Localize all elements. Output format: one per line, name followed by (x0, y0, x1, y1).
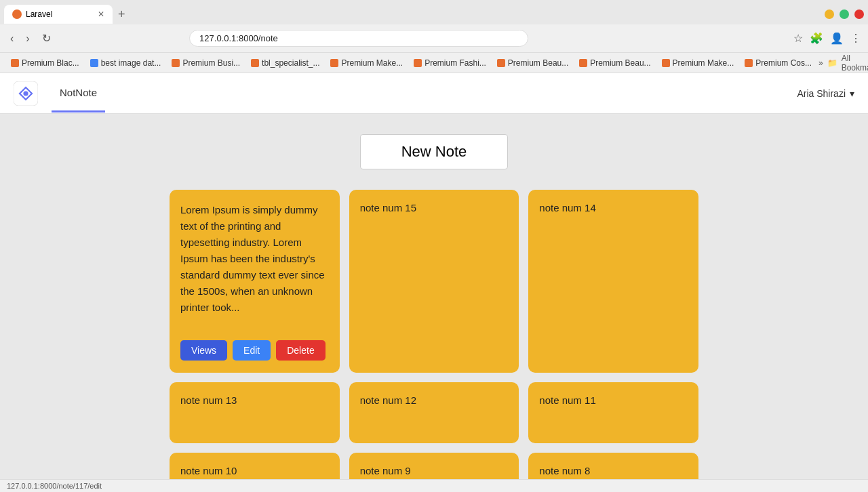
bm-label-3: tbl_specialist_... (262, 58, 319, 68)
views-button[interactable]: Views (180, 340, 227, 361)
note-card-1[interactable]: Lorem Ipsum is simply dummy text of the … (170, 190, 340, 373)
app-navbar: NotNote Aria Shirazi ▾ (0, 73, 868, 114)
bm-favicon-7 (579, 59, 587, 67)
bookmark-0[interactable]: Premium Blac... (7, 57, 83, 69)
address-bar: ‹ › ↻ ☆ 🧩 👤 ⋮ (0, 24, 868, 53)
bm-favicon-0 (11, 59, 19, 67)
note-title-8: note num 9 (360, 465, 411, 476)
all-bookmarks-icon: 📁 (827, 58, 837, 68)
note-title-5: note num 12 (360, 394, 416, 406)
bm-label-0: Premium Blac... (22, 58, 79, 68)
new-note-button-wrap: New Note (14, 134, 854, 169)
bookmark-9[interactable]: Premium Cos... (741, 57, 816, 69)
profile-icon[interactable]: 👤 (830, 32, 844, 45)
browser-chrome: Laravel ✕ + ‹ › ↻ ☆ 🧩 👤 ⋮ Premium Blac..… (0, 0, 868, 73)
note-card-2[interactable]: note num 15 (349, 190, 519, 373)
note-card-3[interactable]: note num 14 (528, 190, 698, 373)
bm-label-4: Premium Make... (341, 58, 403, 68)
tab-bar: Laravel ✕ + (0, 0, 868, 24)
bm-favicon-3 (251, 59, 259, 67)
window-controls (825, 9, 864, 19)
bookmark-3[interactable]: tbl_specialist_... (247, 57, 323, 69)
note-text-1: Lorem Ipsum is simply dummy text of the … (180, 202, 329, 316)
more-icon: » (818, 58, 823, 68)
note-title-7: note num 10 (180, 465, 237, 476)
bm-favicon-8 (662, 59, 670, 67)
bookmark-4[interactable]: Premium Make... (326, 57, 407, 69)
note-title-9: note num 8 (539, 465, 590, 476)
tab-close-icon[interactable]: ✕ (98, 9, 104, 19)
bm-favicon-4 (330, 59, 338, 67)
bookmark-5[interactable]: Premium Fashi... (410, 57, 490, 69)
app-logo[interactable] (14, 81, 38, 106)
bm-label-9: Premium Cos... (755, 58, 812, 68)
reload-button[interactable]: ↻ (39, 30, 54, 46)
bookmark-1[interactable]: best image dat... (86, 57, 165, 69)
nav-icons: ☆ 🧩 👤 ⋮ (793, 32, 861, 45)
note-title-4: note num 13 (180, 394, 237, 406)
forward-button[interactable]: › (22, 31, 33, 46)
user-dropdown-icon[interactable]: ▾ (850, 88, 854, 99)
extensions-icon[interactable]: 🧩 (810, 32, 823, 45)
user-name: Aria Shirazi (797, 88, 846, 99)
bm-favicon-9 (745, 59, 753, 67)
bm-label-2: Premium Busi... (182, 58, 240, 68)
note-title-3: note num 14 (539, 202, 595, 213)
note-card-4[interactable]: note num 13 (170, 382, 340, 443)
tab-favicon (12, 9, 22, 19)
minimize-button[interactable] (825, 9, 834, 19)
user-menu[interactable]: Aria Shirazi ▾ (797, 88, 854, 99)
new-note-button[interactable]: New Note (360, 134, 509, 169)
bookmark-7[interactable]: Premium Beau... (575, 57, 654, 69)
menu-icon[interactable]: ⋮ (850, 32, 861, 45)
close-button[interactable] (854, 9, 864, 19)
note-card-6[interactable]: note num 11 (528, 382, 698, 443)
bookmark-8[interactable]: Premium Make... (658, 57, 738, 69)
active-tab[interactable]: Laravel ✕ (4, 5, 113, 24)
notes-grid: Lorem Ipsum is simply dummy text of the … (170, 190, 698, 492)
bm-label-1: best image dat... (101, 58, 161, 68)
bm-label-5: Premium Fashi... (425, 58, 486, 68)
note-title-2: note num 15 (360, 202, 416, 213)
bookmark-2[interactable]: Premium Busi... (167, 57, 244, 69)
note-actions-1: Views Edit Delete (180, 340, 329, 361)
bm-favicon-2 (172, 59, 180, 67)
svg-point-1 (23, 91, 28, 96)
bm-favicon-1 (90, 59, 98, 67)
logo-svg-icon (14, 81, 38, 106)
main-content: New Note Lorem Ipsum is simply dummy tex… (0, 114, 868, 492)
bookmark-star-icon[interactable]: ☆ (793, 32, 803, 45)
maximize-button[interactable] (840, 9, 849, 19)
bm-favicon-5 (414, 59, 422, 67)
note-card-5[interactable]: note num 12 (349, 382, 519, 443)
edit-button[interactable]: Edit (233, 340, 271, 361)
new-tab-button[interactable]: + (114, 7, 130, 22)
more-bookmarks[interactable]: » 📁 All Bookmarks (818, 54, 868, 73)
back-button[interactable]: ‹ (7, 31, 17, 46)
address-input[interactable] (189, 30, 528, 47)
status-bar: 127.0.0.1:8000/note/117/edit (0, 479, 868, 492)
bm-label-7: Premium Beau... (590, 58, 650, 68)
all-bookmarks-label[interactable]: All Bookmarks (842, 54, 868, 73)
status-url: 127.0.0.1:8000/note/117/edit (7, 482, 102, 490)
bm-favicon-6 (497, 59, 505, 67)
bookmark-6[interactable]: Premium Beau... (493, 57, 572, 69)
bm-label-6: Premium Beau... (508, 58, 568, 68)
tab-title: Laravel (26, 9, 91, 19)
nav-link-notnote[interactable]: NotNote (52, 75, 105, 112)
delete-button[interactable]: Delete (276, 340, 325, 361)
bm-label-8: Premium Make... (673, 58, 734, 68)
bookmarks-bar: Premium Blac... best image dat... Premiu… (0, 53, 868, 73)
note-title-6: note num 11 (539, 394, 595, 406)
